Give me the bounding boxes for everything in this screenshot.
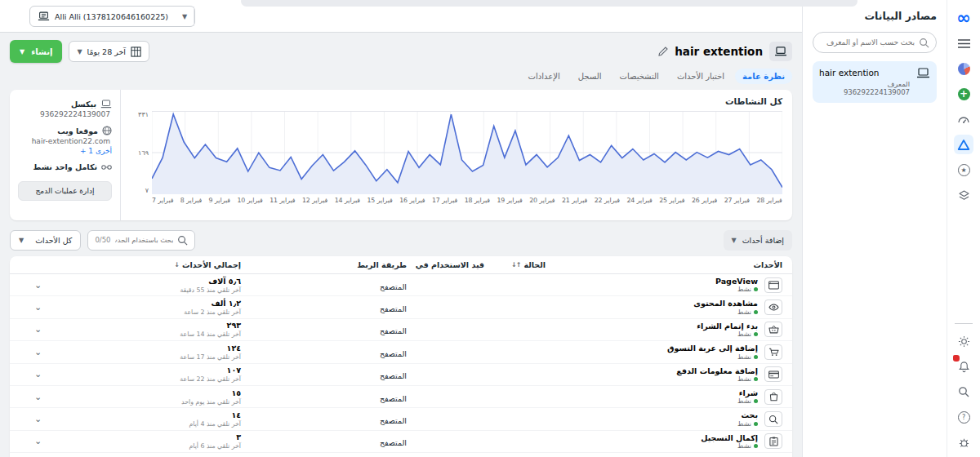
- event-search[interactable]: 0/50: [87, 230, 195, 251]
- layers-icon[interactable]: [954, 185, 973, 205]
- x-tick-label: فبراير 10: [237, 197, 262, 204]
- account-label: Alli Alli (1378120646160225): [55, 12, 168, 21]
- more-websites-link[interactable]: + 1 أخرى: [18, 147, 112, 155]
- events-manager-icon[interactable]: [954, 135, 973, 154]
- event-total: ١٫٢ ألف: [211, 299, 241, 308]
- expand-chevron-icon[interactable]: ⌄: [34, 370, 42, 379]
- data-source-item-selected[interactable]: hair extention المعرف 936292224139007: [813, 61, 937, 103]
- bug-report-icon[interactable]: [954, 433, 973, 452]
- menu-icon[interactable]: [954, 33, 973, 53]
- overview-card: كل النشاطات ٣٣١١٦٩٧ فبراير 7فبراير 8فبرا…: [10, 90, 792, 220]
- calendar-grid-icon: [131, 47, 141, 57]
- expand-chevron-icon[interactable]: ⌄: [34, 393, 42, 402]
- laptop-icon: [100, 100, 112, 109]
- search-icon: [764, 411, 782, 427]
- manage-integrations-button[interactable]: إدارة عمليات الدمج: [18, 181, 112, 201]
- expand-chevron-icon[interactable]: ⌄: [34, 325, 42, 334]
- search-input[interactable]: [820, 38, 915, 47]
- status-badge: نشط: [737, 375, 751, 383]
- status-dot: [754, 377, 758, 381]
- column-events[interactable]: الأحداث: [546, 260, 782, 269]
- last-received: آخر تلقي منذ 6 أيام: [189, 442, 241, 450]
- x-tick-label: فبراير 28: [756, 197, 782, 204]
- settings-gear-icon[interactable]: [954, 331, 973, 351]
- connection-method: المتصفح: [380, 438, 407, 447]
- main-area: ▼ Alli Alli (1378120646160225) hair exte…: [0, 0, 802, 457]
- chart-plot-area[interactable]: [152, 111, 782, 194]
- connection-method: المتصفح: [380, 371, 407, 380]
- column-total-events[interactable]: إجمالي الأحداث: [182, 260, 241, 269]
- column-connection-method[interactable]: طريقة الربط: [313, 260, 407, 269]
- help-icon[interactable]: ?: [954, 407, 973, 427]
- meta-logo-icon[interactable]: ∞: [954, 8, 973, 28]
- expand-chevron-icon[interactable]: ⌄: [34, 281, 42, 290]
- x-tick-label: فبراير 7: [152, 197, 173, 204]
- top-decorative-band: [241, 0, 858, 7]
- connection-method: المتصفح: [380, 282, 407, 291]
- table-row: مشاهدة المحتوى نشط المتصفح ١٫٢ ألف آخر ت…: [10, 296, 792, 318]
- connection-method: المتصفح: [380, 326, 407, 335]
- column-status[interactable]: الحالة: [523, 260, 546, 269]
- status-dot: [754, 287, 758, 291]
- page-title: hair extention: [675, 45, 763, 58]
- x-tick-label: فبراير 25: [659, 197, 684, 204]
- star-circle-icon[interactable]: ★: [954, 160, 973, 180]
- status-dot: [754, 399, 758, 403]
- create-button[interactable]: إنشاء ▼: [10, 40, 62, 63]
- tab-test-events[interactable]: اختبار الأحداث: [670, 69, 732, 84]
- event-name: بحث: [742, 410, 758, 419]
- table-row: إضافة إلى عربة التسوق نشط المتصفح ١٢٤ آخ…: [10, 341, 792, 363]
- tab-overview[interactable]: نظرة عامة: [735, 69, 792, 84]
- x-tick-label: فبراير 21: [562, 197, 587, 204]
- date-range-selector[interactable]: آخر 28 يومًا ▼: [69, 41, 149, 62]
- pixel-info-panel: بيكسل 936292224139007 موقعا ويب hair-ext…: [10, 90, 121, 220]
- account-selector[interactable]: ▼ Alli Alli (1378120646160225): [29, 6, 195, 27]
- data-source-id: المعرف 936292224139007: [819, 80, 910, 96]
- y-tick-label: ١٦٩: [138, 149, 149, 157]
- chevron-down-icon: ▼: [19, 237, 24, 244]
- sort-both-icon[interactable]: ↑↓: [511, 261, 520, 268]
- chart-x-axis: فبراير 7فبراير 8فبراير 9فبراير 10فبراير …: [152, 197, 782, 204]
- notifications-bell-icon[interactable]: [954, 357, 973, 376]
- search-icon[interactable]: [954, 382, 973, 402]
- event-name: بدء إتمام الشراء: [697, 322, 758, 331]
- sort-desc-icon[interactable]: ↓: [174, 261, 179, 268]
- eye-icon: [764, 299, 782, 315]
- status-dot: [754, 310, 758, 314]
- chevron-down-icon: ▼: [176, 7, 194, 26]
- search-icon: [177, 235, 188, 246]
- status-badge: نشط: [737, 397, 751, 405]
- add-events-button[interactable]: إضافة أحداث ▼: [724, 230, 793, 251]
- expand-chevron-icon[interactable]: ⌄: [34, 303, 42, 312]
- data-source-search[interactable]: [813, 32, 937, 53]
- y-tick-label: ٧: [145, 187, 149, 194]
- tab-settings[interactable]: الإعدادات: [521, 69, 568, 84]
- event-name: مشاهدة المحتوى: [693, 299, 758, 308]
- status-badge: نشط: [737, 286, 751, 293]
- expand-chevron-icon[interactable]: ⌄: [34, 348, 42, 357]
- edit-pencil-icon[interactable]: [658, 47, 668, 56]
- topbar: ▼ Alli Alli (1378120646160225): [0, 0, 802, 33]
- tab-history[interactable]: السجل: [571, 69, 609, 84]
- create-plus-icon[interactable]: +: [954, 84, 973, 104]
- event-name: شراء: [739, 388, 758, 397]
- search-counter: 0/50: [95, 236, 110, 244]
- connection-method: المتصفح: [380, 416, 407, 425]
- expand-chevron-icon[interactable]: ⌄: [34, 437, 42, 446]
- event-search-input[interactable]: [115, 236, 174, 244]
- expand-chevron-icon[interactable]: ⌄: [34, 415, 42, 424]
- global-nav-rail: ∞ + ★ ?: [947, 0, 980, 457]
- status-badge: نشط: [737, 442, 751, 450]
- ads-reporting-icon[interactable]: [954, 59, 973, 78]
- rail-divider: [955, 323, 973, 324]
- column-used-in[interactable]: قيد الاستخدام في: [407, 260, 484, 269]
- data-source-name: hair extention: [819, 68, 880, 78]
- tab-diagnostics[interactable]: التشخيصات: [612, 69, 666, 84]
- connection-method: المتصفح: [380, 304, 407, 313]
- integrations-icon: [101, 164, 112, 171]
- table-row: PageView نشط المتصفح ٥٫٦ آلاف آخر تلقي م…: [10, 274, 792, 296]
- performance-gauge-icon[interactable]: [954, 109, 973, 129]
- table-row: شراء نشط المتصفح ١٥ آخر تلقي منذ يوم واح…: [10, 386, 792, 408]
- chevron-down-icon: ▼: [77, 48, 82, 55]
- event-type-filter[interactable]: كل الأحداث ▼: [10, 230, 81, 251]
